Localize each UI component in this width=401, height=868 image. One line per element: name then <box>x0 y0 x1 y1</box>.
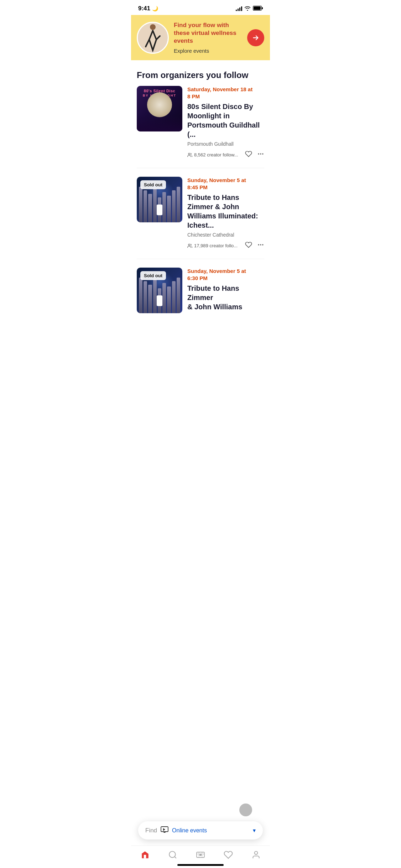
status-time: 9:41 <box>138 5 150 12</box>
svg-point-7 <box>262 154 263 155</box>
event-venue: Portsmouth Guildhall <box>187 141 264 147</box>
event-meta: 8,562 creator follow... <box>187 150 264 159</box>
svg-point-11 <box>262 244 263 246</box>
banner-arrow-button[interactable] <box>247 29 264 46</box>
moon-icon: 🌙 <box>152 6 158 11</box>
svg-point-10 <box>260 244 261 246</box>
section-title: From organizers you follow <box>131 60 270 86</box>
event-venue: Chichester Cathedral <box>187 232 264 238</box>
event-details: Sunday, November 5 at8:45 PM Tribute to … <box>187 177 264 250</box>
event-details: Sunday, November 5 at6:30 PM Tribute to … <box>187 268 264 314</box>
svg-point-6 <box>260 154 261 155</box>
svg-point-5 <box>258 154 259 155</box>
event-card[interactable]: Sold out Sunday, November 5 at8:45 PM Tr… <box>131 168 270 259</box>
event-name: 80s Silent Disco By Moonlight in Portsmo… <box>187 102 264 139</box>
sold-out-badge: Sold out <box>140 180 166 189</box>
event-details: Saturday, November 18 at8 PM 80s Silent … <box>187 86 264 159</box>
event-meta-icons <box>245 241 264 250</box>
svg-point-4 <box>188 153 190 155</box>
event-meta: 17,989 creator follo... <box>187 241 264 250</box>
banner-title: Find your flow with these virtual wellne… <box>174 21 242 45</box>
status-bar: 9:41 🌙 <box>131 0 270 15</box>
banner-avatar <box>137 22 169 54</box>
wellness-banner[interactable]: Find your flow with these virtual wellne… <box>131 15 270 60</box>
event-image-wrap: Sold out <box>137 268 182 314</box>
signal-icon <box>236 6 242 11</box>
more-options-button[interactable] <box>257 150 264 159</box>
banner-text: Find your flow with these virtual wellne… <box>174 21 242 54</box>
event-card[interactable]: 80's Silent DiscBY MOONLIGHT Saturday, N… <box>131 86 270 168</box>
svg-point-9 <box>258 244 259 246</box>
event-date: Sunday, November 5 at6:30 PM <box>187 268 264 281</box>
event-date: Saturday, November 18 at8 PM <box>187 86 264 100</box>
svg-rect-1 <box>254 6 261 10</box>
event-followers: 17,989 creator follo... <box>187 243 242 248</box>
event-image-wrap: 80's Silent DiscBY MOONLIGHT <box>137 86 182 159</box>
battery-icon <box>253 6 263 12</box>
wifi-icon <box>244 6 251 12</box>
event-followers: 8,562 creator follow... <box>187 152 242 157</box>
svg-point-8 <box>188 244 190 246</box>
event-image-wrap: Sold out <box>137 177 182 250</box>
more-options-button[interactable] <box>257 241 264 250</box>
event-meta-icons <box>245 150 264 159</box>
svg-point-3 <box>150 24 156 30</box>
event-name: Tribute to Hans Zimmer & John Williams I… <box>187 193 264 230</box>
event-card[interactable]: Sold out Sunday, November 5 at6:30 PM Tr… <box>131 259 270 322</box>
banner-subtitle[interactable]: Explore events <box>174 48 242 54</box>
like-button[interactable] <box>245 150 252 159</box>
status-icons <box>236 6 263 12</box>
event-artwork-silent-disco: 80's Silent DiscBY MOONLIGHT <box>137 86 182 131</box>
sold-out-badge: Sold out <box>140 271 166 280</box>
like-button[interactable] <box>245 241 252 250</box>
event-date: Sunday, November 5 at8:45 PM <box>187 177 264 191</box>
event-name: Tribute to Hans Zimmer& John Williams <box>187 284 264 311</box>
svg-rect-2 <box>262 7 263 9</box>
